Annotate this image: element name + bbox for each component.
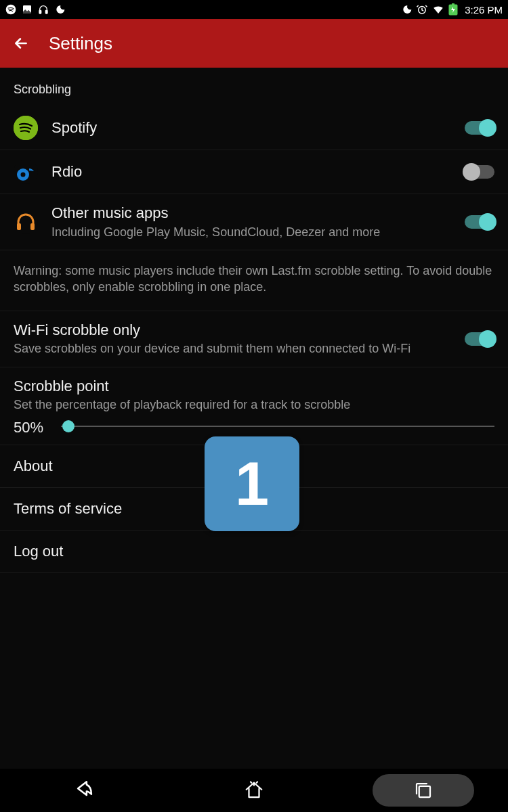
rdio-toggle[interactable] [465, 165, 494, 179]
svg-rect-6 [452, 3, 454, 5]
other-apps-toggle[interactable] [465, 215, 494, 229]
svg-rect-11 [30, 223, 35, 230]
nav-home-button[interactable] [203, 774, 305, 807]
nav-bar [0, 769, 508, 812]
status-right: 3:26 PM [401, 3, 503, 16]
svg-rect-2 [39, 10, 41, 14]
app-bar: Settings [0, 19, 508, 68]
slider-track [61, 426, 494, 427]
wifi-only-label: Wi-Fi scrobble only [14, 321, 465, 340]
svg-point-9 [21, 173, 26, 177]
alarm-icon [416, 3, 428, 16]
other-apps-label: Other music apps [51, 204, 465, 223]
rdio-icon [14, 160, 38, 184]
rdio-label: Rdio [51, 162, 465, 182]
picture-status-icon [22, 4, 33, 15]
battery-icon [448, 3, 458, 16]
spotify-label: Spotify [51, 118, 465, 138]
row-logout[interactable]: Log out [0, 531, 508, 573]
svg-rect-12 [419, 786, 430, 797]
wifi-only-toggle[interactable] [465, 332, 494, 346]
row-other-apps[interactable]: Other music apps Including Google Play M… [0, 194, 508, 250]
status-time: 3:26 PM [465, 4, 503, 16]
headphones-status-icon [38, 4, 49, 15]
row-scrobble-point[interactable]: Scrobble point Set the percentage of pla… [0, 367, 508, 445]
wifi-icon [432, 3, 444, 16]
status-bar: 3:26 PM [0, 0, 508, 19]
nav-recent-button[interactable] [373, 774, 474, 807]
svg-rect-3 [45, 10, 47, 14]
section-header-scrobbling: Scrobbling [0, 68, 508, 106]
slider-thumb[interactable] [62, 420, 75, 432]
dnd-moon-icon [401, 4, 412, 15]
nav-back-button[interactable] [34, 774, 135, 807]
scrobble-point-value: 50% [14, 419, 43, 436]
svg-rect-10 [17, 223, 21, 230]
spotify-toggle[interactable] [465, 121, 494, 135]
scrobble-warning: Warning: some music players include thei… [0, 250, 508, 311]
back-icon[interactable] [12, 35, 30, 52]
row-spotify[interactable]: Spotify [0, 106, 508, 150]
spotify-status-icon [5, 4, 16, 15]
page-title: Settings [49, 33, 112, 54]
overlay-label: 1 [235, 449, 269, 519]
overlay-badge: 1 [205, 436, 299, 531]
headphones-app-icon [14, 210, 38, 234]
other-apps-sub: Including Google Play Music, SoundCloud,… [51, 225, 465, 240]
row-rdio[interactable]: Rdio [0, 150, 508, 194]
spotify-icon [14, 116, 38, 140]
wifi-only-sub: Save scrobbles on your device and submit… [14, 341, 465, 357]
moon-status-icon [54, 4, 65, 15]
status-left [5, 4, 65, 15]
row-wifi-only[interactable]: Wi-Fi scrobble only Save scrobbles on yo… [0, 311, 508, 367]
scrobble-point-label: Scrobble point [14, 377, 494, 397]
scrobble-point-sub: Set the percentage of playback required … [14, 397, 494, 413]
